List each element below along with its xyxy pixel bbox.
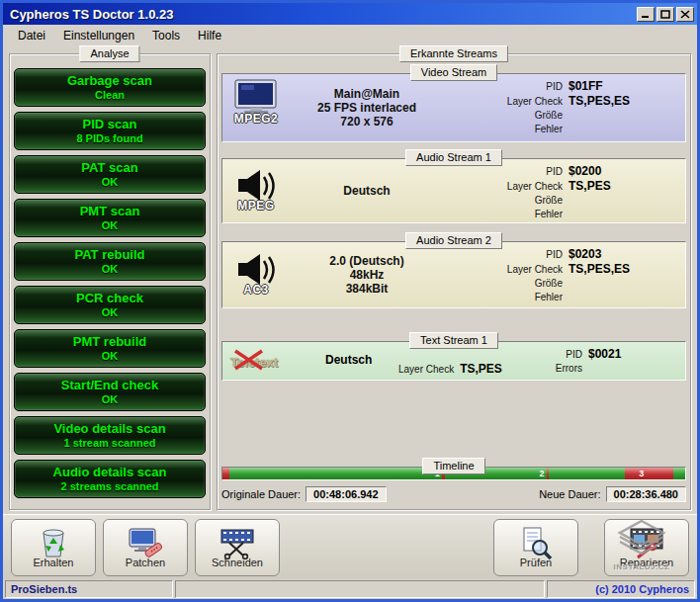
field-row: Größe [487, 277, 677, 291]
audio-stream-1-panel: MPEG Deutsch PID $0200 [221, 158, 686, 223]
video-stream-block: Video Stream MPEG2 Mai [219, 62, 688, 142]
video-stream-panel: MPEG2 Main@Main25 FPS interlaced720 x 57… [221, 73, 686, 142]
scan-button[interactable]: PCR check OK [14, 286, 206, 324]
audio-stream-2-block: Audio Stream 2 AC3 2.0 (Deutsch)48kHz [219, 230, 688, 308]
scan-status: OK [15, 263, 205, 276]
scan-title: PAT scan [15, 159, 205, 176]
recycle-bin-icon [36, 526, 71, 559]
video-info-line: 25 FPS interlaced [278, 101, 456, 115]
scan-button[interactable]: PAT rebuild OK [14, 242, 206, 281]
scan-title: PCR check [15, 290, 205, 306]
maximize-button[interactable] [656, 7, 674, 22]
field-label: Errors [529, 362, 588, 376]
app-window: Cypheros TS Doctor 1.0.23 DateiEinstellu… [0, 0, 700, 602]
minimize-icon [641, 10, 651, 19]
field-label: Fehler [487, 291, 569, 304]
scan-title: Audio details scan [15, 464, 205, 480]
scan-button[interactable]: Video details scan 1 stream scanned [14, 416, 206, 455]
field-value: $0200 [569, 164, 601, 178]
field-row: Errors [529, 362, 677, 376]
field-row: Größe [487, 194, 677, 208]
original-duration-value: 00:48:06.942 [306, 486, 386, 502]
menu-item[interactable]: Hilfe [189, 27, 230, 44]
scan-title: Start/End check [15, 377, 205, 393]
scan-status: OK [15, 176, 205, 189]
statusbar: ProSieben.ts (c) 2010 Cypheros [3, 579, 697, 599]
field-row: Layer Check TS,PES,ES [487, 94, 677, 109]
field-row: Layer Check TS,PES [487, 179, 677, 194]
check-button[interactable]: Prüfen [493, 519, 578, 576]
field-value: $0203 [569, 247, 601, 261]
scan-status: 1 stream scanned [15, 437, 205, 450]
titlebar[interactable]: Cypheros TS Doctor 1.0.23 [3, 3, 697, 25]
menu-item[interactable]: Datei [9, 27, 54, 44]
cut-button-label: Schneiden [212, 557, 263, 568]
close-button[interactable] [676, 7, 694, 22]
cut-button[interactable]: Schneiden [195, 519, 280, 576]
scissors-icon [219, 526, 255, 559]
text-stream-block: Text Stream 1 Teletext Deutsch Layer Che… [219, 330, 688, 381]
toolbar: Erhalten Patchen [3, 514, 697, 579]
field-value: $01FF [569, 79, 603, 93]
field-label: Layer Check [487, 263, 569, 277]
repair-button-label: Reparieren [620, 557, 673, 568]
scan-status: 2 streams scanned [15, 480, 205, 493]
check-button-label: Prüfen [520, 557, 552, 568]
analyse-legend: Analyse [79, 45, 139, 62]
maximize-icon [660, 10, 670, 19]
repair-button[interactable]: Reparieren [604, 519, 689, 576]
scan-status: 8 PIDs found [15, 132, 205, 145]
video-info-line: 720 x 576 [278, 115, 456, 129]
scan-button[interactable]: PAT scan OK [14, 155, 206, 194]
field-row: Layer Check TS,PES,ES [487, 262, 677, 277]
field-label: Fehler [487, 123, 569, 136]
scan-button-list: Garbage scan Clean PID scan 8 PIDs found… [10, 68, 210, 498]
close-icon [680, 10, 690, 19]
keep-button-label: Erhalten [34, 557, 74, 568]
video-fields: PID $01FF Layer Check TS,PES,ES Größe [487, 79, 677, 136]
field-label: Layer Check [487, 180, 569, 194]
scan-button[interactable]: Start/End check OK [14, 373, 206, 411]
scan-status: OK [15, 350, 205, 363]
scan-button[interactable]: PID scan 8 PIDs found [14, 112, 206, 150]
video-info-line: Main@Main [278, 87, 456, 101]
scan-status: OK [15, 306, 205, 319]
audio2-info-line: 384kBit [278, 282, 456, 296]
new-duration-label: Neue Dauer: [539, 488, 600, 500]
scan-button[interactable]: Garbage scan Clean [14, 68, 206, 107]
field-label: PID [487, 248, 569, 262]
scan-button[interactable]: PMT scan OK [14, 199, 206, 237]
field-row: PID $0200 [487, 164, 677, 179]
menu-item[interactable]: Tools [143, 27, 189, 44]
audio2-info: 2.0 (Deutsch)48kHz384kBit [278, 254, 456, 296]
scan-title: PMT scan [15, 203, 205, 219]
patch-button-label: Patchen [126, 557, 165, 568]
field-label: PID [529, 348, 588, 362]
original-duration-label: Originale Dauer: [221, 488, 301, 500]
menu-item[interactable]: Einstellungen [54, 27, 143, 44]
audio1-fields: PID $0200 Layer Check TS,PES Größe [487, 164, 677, 221]
scan-button[interactable]: PMT rebuild OK [14, 329, 206, 368]
field-value: $0021 [588, 347, 621, 361]
video-codec-label: MPEG2 [227, 112, 285, 126]
statusbar-filename: ProSieben.ts [5, 580, 173, 598]
timeline-block: Timeline 1 2 3 Originale Dauer: 00:48:06… [219, 456, 688, 502]
streams-legend: Erkannte Streams [399, 45, 508, 62]
audio1-info: Deutsch [278, 184, 456, 198]
patch-button[interactable]: Patchen [103, 519, 188, 576]
field-label: Größe [487, 194, 569, 208]
keep-button[interactable]: Erhalten [11, 519, 96, 576]
field-value: TS,PES,ES [569, 94, 630, 108]
field-label: PID [487, 80, 569, 94]
audio2-fields: PID $0203 Layer Check TS,PES,ES Größe [487, 247, 677, 304]
minimize-button[interactable] [637, 7, 655, 22]
field-label: Größe [487, 109, 569, 123]
field-row: Fehler [487, 123, 677, 136]
field-label: PID [487, 165, 569, 179]
audio1-info-line: Deutsch [278, 184, 456, 198]
scan-title: Video details scan [15, 420, 205, 437]
field-row: Fehler [487, 291, 677, 304]
new-duration-value: 00:28:36.480 [606, 486, 686, 502]
field-label: Größe [487, 277, 569, 291]
scan-button[interactable]: Audio details scan 2 streams scanned [14, 460, 206, 498]
